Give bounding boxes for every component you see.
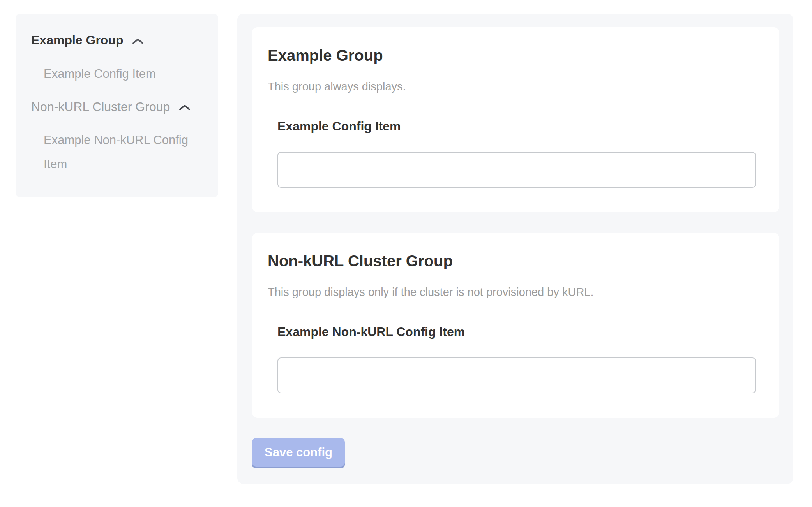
example-config-item-input[interactable] (277, 152, 756, 188)
sidebar-group-non-kurl-cluster-group[interactable]: Non-kURL Cluster Group (31, 95, 203, 120)
config-item-label: Example Non-kURL Config Item (277, 324, 756, 340)
chevron-up-icon (179, 94, 191, 118)
config-group-card-example-group: Example Group This group always displays… (252, 27, 779, 212)
group-description: This group displays only if the cluster … (268, 285, 756, 299)
chevron-up-icon (132, 28, 144, 52)
config-item: Example Config Item (277, 118, 756, 188)
example-non-kurl-config-item-input[interactable] (277, 357, 756, 393)
sidebar-group-example-group[interactable]: Example Group (31, 28, 203, 53)
config-item-label: Example Config Item (277, 118, 756, 134)
group-title: Non-kURL Cluster Group (268, 252, 756, 270)
sidebar-group-label: Non-kURL Cluster Group (31, 100, 170, 114)
group-title: Example Group (268, 46, 756, 65)
sidebar-group-label: Example Group (31, 33, 124, 47)
group-description: This group always displays. (268, 79, 756, 93)
config-area: Example Group This group always displays… (237, 14, 793, 484)
config-item: Example Non-kURL Config Item (277, 324, 756, 393)
save-config-button[interactable]: Save config (252, 438, 345, 467)
sidebar-item-example-config-item[interactable]: Example Config Item (44, 62, 189, 86)
config-nav-sidebar: Example Group Example Config Item Non-kU… (16, 14, 218, 197)
config-group-card-non-kurl-cluster-group: Non-kURL Cluster Group This group displa… (252, 233, 779, 418)
sidebar-item-example-non-kurl-config-item[interactable]: Example Non-kURL Config Item (44, 128, 189, 176)
